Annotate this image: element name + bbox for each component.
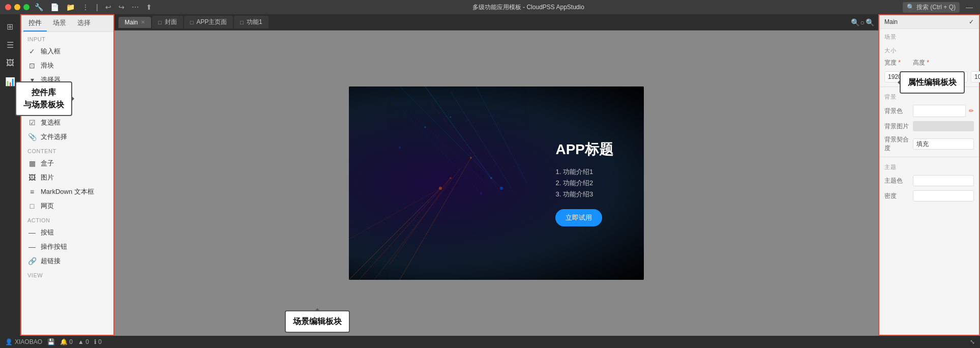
search-label: 搜索 (Ctrl + Q) bbox=[916, 3, 956, 12]
scene-canvas: APP标题 1. 功能介绍1 2. 功能介绍2 3. 功能介绍3 立即试用 bbox=[114, 31, 878, 336]
feature-1: 1. 功能介绍1 bbox=[555, 167, 613, 177]
zoom-circle-icon[interactable]: ○ bbox=[860, 18, 865, 26]
svg-line-5 bbox=[390, 178, 451, 265]
status-bar: 👤 XIAOBAO 💾 🔔 0 ▲ 0 ℹ 0 ⤡ bbox=[0, 336, 980, 348]
main-layout: ⊞ ☰ 🖼 📊 控件 场景 选择 INPUT ✓ 输入框 ⊡ 滑块 ▾ 选择器 … bbox=[0, 14, 980, 336]
input-box-icon: ✓ bbox=[27, 47, 37, 55]
svg-line-1 bbox=[359, 178, 451, 280]
traffic-light-red[interactable] bbox=[5, 4, 11, 10]
section-content-label: CONTENT bbox=[21, 144, 113, 156]
svg-point-20 bbox=[450, 117, 452, 118]
props-height-label: 高度 bbox=[913, 59, 938, 67]
scene-tab-cover[interactable]: □ 封面 bbox=[152, 16, 183, 28]
props-bgfit-label: 背景契合度 bbox=[884, 135, 910, 153]
file-select-icon: 📎 bbox=[27, 133, 37, 141]
props-edit-icon[interactable]: ✏ bbox=[969, 107, 974, 114]
svg-line-3 bbox=[400, 158, 471, 280]
scene-tab-func1[interactable]: □ 功能1 bbox=[234, 16, 268, 28]
scene-editor: Main ✕ □ 封面 □ APP主页面 □ 功能1 🔍 ○ 🔍 bbox=[114, 14, 878, 336]
app-content: APP标题 1. 功能介绍1 2. 功能介绍2 3. 功能介绍3 立即试用 bbox=[555, 140, 613, 226]
redo-icon[interactable]: ↪ bbox=[116, 2, 127, 12]
control-link[interactable]: 🔗 超链接 bbox=[21, 254, 113, 268]
props-bgcolor-label: 背景色 bbox=[884, 107, 910, 115]
expand-icon[interactable]: ⤡ bbox=[970, 338, 975, 345]
app-logo-icon: 🔧 bbox=[33, 2, 45, 12]
props-bgimage-input[interactable] bbox=[913, 121, 974, 131]
control-button[interactable]: — 按钮 bbox=[21, 225, 113, 240]
props-title: Main bbox=[884, 18, 898, 25]
icon-sidebar: ⊞ ☰ 🖼 📊 bbox=[0, 14, 20, 336]
props-header: Main ✓ bbox=[879, 15, 979, 29]
markdown-icon: ≡ bbox=[27, 188, 37, 196]
scene-tab-main-close[interactable]: ✕ bbox=[141, 19, 145, 25]
props-bgfit-row: 背景契合度 填充 bbox=[879, 133, 979, 155]
control-markdown[interactable]: ≡ MarkDown 文本框 bbox=[21, 185, 113, 199]
info-status: ℹ 0 bbox=[94, 338, 102, 345]
traffic-light-green[interactable] bbox=[23, 4, 29, 10]
control-image[interactable]: 🖼 图片 bbox=[21, 170, 113, 185]
window-title: 多级功能应用模板 - CloudPSS AppStudio bbox=[154, 3, 903, 12]
scene-tab-main[interactable]: Main ✕ bbox=[118, 17, 151, 28]
button-icon: — bbox=[27, 228, 37, 237]
tab-select[interactable]: 选择 bbox=[72, 15, 96, 32]
new-file-icon[interactable]: 📄 bbox=[48, 2, 61, 12]
props-bgcolor-row: 背景色 ✏ bbox=[879, 103, 979, 119]
svg-line-4 bbox=[349, 188, 440, 239]
props-bgimage-label: 背景图片 bbox=[884, 122, 910, 131]
svg-line-11 bbox=[410, 112, 491, 188]
scene-tab-main-label: Main bbox=[125, 19, 138, 26]
divider-2 bbox=[879, 157, 979, 157]
section-action-label: ACTION bbox=[21, 213, 113, 225]
separator: | bbox=[94, 2, 100, 12]
webpage-icon: □ bbox=[27, 202, 37, 210]
props-themecolor-select[interactable] bbox=[913, 175, 974, 186]
svg-point-18 bbox=[480, 192, 482, 194]
sidebar-layers-icon[interactable]: ☰ bbox=[2, 37, 18, 53]
props-color-picker[interactable] bbox=[913, 105, 966, 117]
tooltip-props-editor: 属性编辑板块 bbox=[900, 71, 965, 94]
warning-status: ▲ 0 bbox=[78, 338, 89, 345]
svg-line-6 bbox=[400, 86, 501, 188]
props-density-row: 密度 bbox=[879, 188, 979, 204]
cta-button[interactable]: 立即试用 bbox=[555, 209, 602, 226]
open-folder-icon[interactable]: 📁 bbox=[64, 2, 77, 12]
search-box[interactable]: 🔍 搜索 (Ctrl + Q) bbox=[903, 2, 960, 13]
feature-3: 3. 功能介绍3 bbox=[555, 190, 613, 199]
props-bgimage-row: 背景图片 bbox=[879, 119, 979, 133]
sidebar-assets-icon[interactable]: 🖼 bbox=[2, 55, 18, 71]
control-action-button[interactable]: — 操作按钮 bbox=[21, 240, 113, 254]
sidebar-controls-icon[interactable]: ⊞ bbox=[2, 18, 18, 35]
scene-tab-app-home[interactable]: □ APP主页面 bbox=[184, 16, 233, 28]
control-file-select[interactable]: 📎 文件选择 bbox=[21, 130, 113, 144]
username: XIAOBAO bbox=[15, 338, 42, 345]
zoom-out-icon[interactable]: 🔍 bbox=[851, 18, 859, 26]
control-box[interactable]: ▦ 盒子 bbox=[21, 156, 113, 170]
feature-2: 2. 功能介绍2 bbox=[555, 179, 613, 188]
zoom-in-icon[interactable]: 🔍 bbox=[866, 18, 874, 26]
props-height-input[interactable] bbox=[971, 71, 980, 82]
scene-tab-app-home-label: APP主页面 bbox=[196, 18, 227, 26]
control-webpage[interactable]: □ 网页 bbox=[21, 199, 113, 213]
props-bgfit-select[interactable]: 填充 bbox=[913, 138, 974, 150]
box-icon: ▦ bbox=[27, 159, 37, 167]
undo-icon[interactable]: ↩ bbox=[103, 2, 113, 12]
more-icon[interactable]: ⋯ bbox=[130, 2, 141, 12]
traffic-light-yellow[interactable] bbox=[14, 4, 20, 10]
control-input-box[interactable]: ✓ 输入框 bbox=[21, 44, 113, 59]
app-preview: APP标题 1. 功能介绍1 2. 功能介绍2 3. 功能介绍3 立即试用 bbox=[349, 86, 644, 280]
scene-tab-cover-label: 封面 bbox=[165, 18, 177, 26]
controls-tabs: 控件 场景 选择 bbox=[21, 15, 113, 32]
svg-point-14 bbox=[450, 177, 452, 179]
scene-tab-func1-label: 功能1 bbox=[247, 18, 262, 26]
tab-scenes[interactable]: 场景 bbox=[48, 15, 71, 32]
props-density-label: 密度 bbox=[884, 192, 910, 200]
props-size-row: 宽度 高度 bbox=[879, 56, 979, 69]
tab-controls[interactable]: 控件 bbox=[23, 15, 47, 32]
props-themecolor-row: 主题色 bbox=[879, 173, 979, 188]
minimize-icon[interactable]: — bbox=[964, 2, 975, 12]
menu-icon[interactable]: ⋮ bbox=[80, 2, 91, 12]
control-checkbox[interactable]: ☑ 复选框 bbox=[21, 115, 113, 130]
share-icon[interactable]: ⬆ bbox=[144, 2, 154, 12]
props-density-select[interactable] bbox=[913, 190, 974, 201]
control-slider[interactable]: ⊡ 滑块 bbox=[21, 59, 113, 73]
